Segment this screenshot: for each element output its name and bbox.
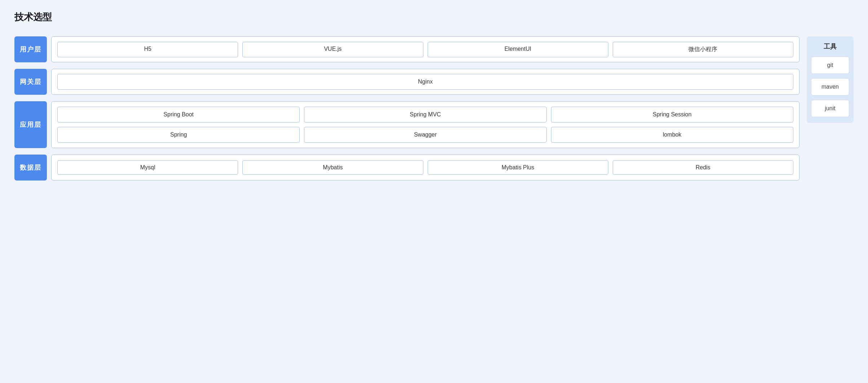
tech-item-spring-mvc: Spring MVC bbox=[304, 107, 546, 123]
user-tech-items: H5 VUE.js ElementUI 微信小程序 bbox=[57, 42, 793, 57]
gateway-layer-row: 网关层 Nginx bbox=[14, 69, 799, 95]
tech-item-spring-boot: Spring Boot bbox=[57, 107, 300, 123]
tool-item-maven: maven bbox=[811, 78, 849, 95]
page-title: 技术选型 bbox=[14, 11, 854, 23]
tech-item-nginx: Nginx bbox=[57, 74, 793, 90]
tech-item-redis: Redis bbox=[613, 160, 793, 175]
tools-title: 工具 bbox=[824, 42, 837, 51]
app-layer-content: Spring Boot Spring MVC Spring Session Sp… bbox=[51, 101, 799, 148]
data-layer-label: 数据层 bbox=[14, 155, 47, 181]
layers-section: 用户层 H5 VUE.js ElementUI 微信小程序 网关层 Nginx bbox=[14, 36, 799, 181]
data-layer-content: Mysql Mybatis Mybatis Plus Redis bbox=[51, 155, 799, 181]
tech-item-mybatis: Mybatis bbox=[242, 160, 423, 175]
data-tech-items: Mysql Mybatis Mybatis Plus Redis bbox=[57, 160, 793, 175]
gateway-layer-content: Nginx bbox=[51, 69, 799, 95]
app-layer-label: 应用层 bbox=[14, 101, 47, 148]
tech-item-spring: Spring bbox=[57, 127, 300, 143]
user-layer-label: 用户层 bbox=[14, 36, 47, 62]
tech-item-lombok: lombok bbox=[551, 127, 793, 143]
page-container: 技术选型 用户层 H5 VUE.js ElementUI 微信小程序 网关层 bbox=[14, 11, 854, 181]
tech-item-wechat: 微信小程序 bbox=[613, 42, 793, 57]
app-row-1: Spring Boot Spring MVC Spring Session bbox=[57, 107, 793, 123]
tech-item-vuejs: VUE.js bbox=[242, 42, 423, 57]
tools-section: 工具 git maven junit bbox=[807, 36, 854, 123]
gateway-layer-label: 网关层 bbox=[14, 69, 47, 95]
user-layer-row: 用户层 H5 VUE.js ElementUI 微信小程序 bbox=[14, 36, 799, 62]
tech-item-h5: H5 bbox=[57, 42, 238, 57]
app-layer-row: 应用层 Spring Boot Spring MVC Spring Sessio… bbox=[14, 101, 799, 148]
user-layer-content: H5 VUE.js ElementUI 微信小程序 bbox=[51, 36, 799, 62]
tech-item-mysql: Mysql bbox=[57, 160, 238, 175]
data-layer-row: 数据层 Mysql Mybatis Mybatis Plus Redis bbox=[14, 155, 799, 181]
tool-item-junit: junit bbox=[811, 100, 849, 117]
app-row-2: Spring Swagger lombok bbox=[57, 127, 793, 143]
tech-item-spring-session: Spring Session bbox=[551, 107, 793, 123]
tech-item-elementui: ElementUI bbox=[428, 42, 608, 57]
tech-item-swagger: Swagger bbox=[304, 127, 546, 143]
main-layout: 用户层 H5 VUE.js ElementUI 微信小程序 网关层 Nginx bbox=[14, 36, 854, 181]
tool-item-git: git bbox=[811, 57, 849, 74]
tech-item-mybatis-plus: Mybatis Plus bbox=[428, 160, 608, 175]
